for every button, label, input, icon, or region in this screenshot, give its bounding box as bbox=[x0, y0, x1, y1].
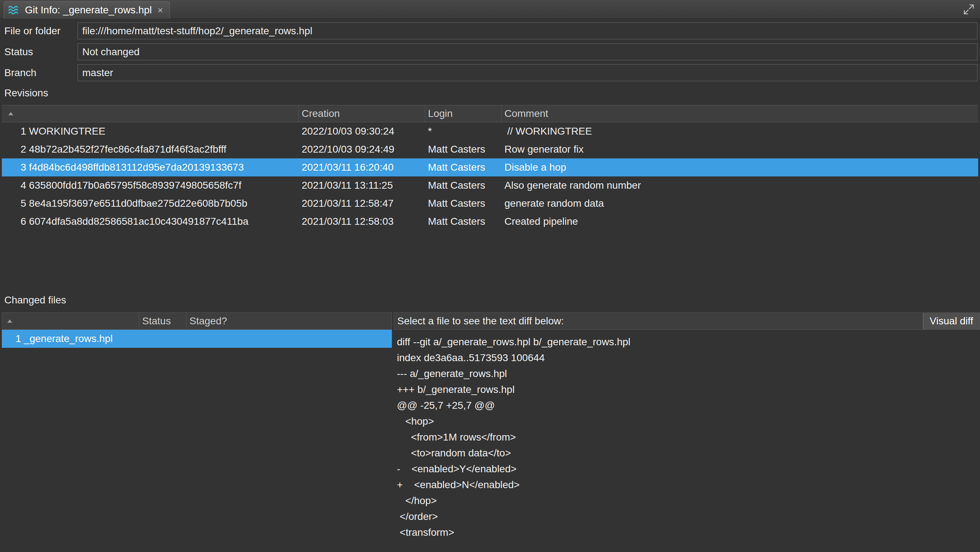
revisions-table-header: # RevisionId Creation Login Comment bbox=[2, 105, 978, 122]
revision-comment-cell: generate random data bbox=[501, 194, 978, 213]
revision-creation-cell: 2022/10/03 09:30:24 bbox=[299, 122, 425, 140]
column-header-creation[interactable]: Creation bbox=[299, 105, 425, 122]
tab-title: Git Info: _generate_rows.hpl bbox=[25, 4, 152, 16]
branch-row: Branch bbox=[0, 64, 980, 81]
revision-row[interactable]: 2 48b72a2b452f27fec86c4fa871df46f3ac2fbf… bbox=[2, 140, 978, 158]
visual-diff-button[interactable]: Visual diff bbox=[923, 313, 980, 329]
diff-panel: Select a file to see the text diff below… bbox=[394, 312, 980, 552]
revision-row[interactable]: 6 6074dfa5a8dd82586581ac10c430491877c411… bbox=[2, 213, 978, 231]
revision-comment-cell: // WORKINGTREE bbox=[501, 122, 978, 140]
tab-bar: Git Info: _generate_rows.hpl × bbox=[0, 0, 980, 19]
revision-comment-cell: Also generate random number bbox=[501, 177, 978, 194]
column-header-status[interactable]: Status bbox=[139, 313, 186, 329]
column-header-revisionid[interactable]: # RevisionId bbox=[2, 105, 299, 122]
tab-close-icon[interactable]: × bbox=[156, 5, 164, 15]
git-info-panel: Git Info: _generate_rows.hpl × File or f… bbox=[0, 0, 980, 552]
sort-ascending-icon bbox=[7, 320, 12, 323]
branch-input[interactable] bbox=[78, 64, 977, 81]
file-or-folder-input[interactable] bbox=[78, 22, 977, 39]
status-input[interactable] bbox=[78, 43, 977, 60]
revision-id-cell: 3 f4d84bc6d498ffdb813112d95e7da201391336… bbox=[2, 158, 299, 177]
revision-login-cell: Matt Casters bbox=[425, 177, 501, 194]
hop-logo-icon bbox=[8, 4, 21, 16]
revision-row[interactable]: 4 635800fdd17b0a65795f58c8939749805658fc… bbox=[2, 177, 978, 194]
revision-login-cell: * bbox=[425, 122, 501, 140]
changed-file-status-cell bbox=[139, 330, 186, 348]
revision-row[interactable]: 5 8e4a195f3697e6511d0dfbae275d22e608b7b0… bbox=[2, 194, 978, 213]
column-header-staged[interactable]: Staged? bbox=[186, 313, 391, 329]
revision-row-selected[interactable]: 3 f4d84bc6d498ffdb813112d95e7da201391336… bbox=[2, 158, 978, 177]
revision-creation-cell: 2021/03/11 12:58:47 bbox=[299, 194, 425, 213]
revision-id-cell: 5 8e4a195f3697e6511d0dfbae275d22e608b7b0… bbox=[2, 194, 299, 213]
revision-login-cell: Matt Casters bbox=[425, 158, 501, 177]
changed-files-section-label: Changed files bbox=[4, 294, 66, 307]
status-label: Status bbox=[4, 43, 33, 60]
file-or-folder-row: File or folder bbox=[0, 22, 980, 39]
revision-login-cell: Matt Casters bbox=[425, 213, 501, 231]
revisions-section-label: Revisions bbox=[4, 87, 48, 100]
status-row: Status bbox=[0, 43, 980, 60]
changed-files-table: # Filename Status Staged? 1 _generate_ro… bbox=[2, 312, 392, 552]
revision-comment-cell: Created pipeline bbox=[501, 213, 978, 231]
column-header-filename[interactable]: # Filename bbox=[2, 313, 139, 329]
changed-file-staged-cell bbox=[186, 330, 392, 348]
revision-login-cell: Matt Casters bbox=[425, 194, 501, 213]
changed-file-name-cell: 1 _generate_rows.hpl bbox=[2, 330, 139, 348]
diff-text[interactable]: diff --git a/_generate_rows.hpl b/_gener… bbox=[394, 330, 980, 552]
revision-creation-cell: 2022/10/03 09:24:49 bbox=[299, 140, 425, 158]
diff-prompt-label: Select a file to see the text diff below… bbox=[397, 315, 564, 327]
revisions-table: # RevisionId Creation Login Comment 1 WO… bbox=[2, 105, 978, 231]
file-or-folder-label: File or folder bbox=[4, 22, 60, 39]
column-header-login[interactable]: Login bbox=[425, 105, 501, 122]
revision-creation-cell: 2021/03/11 12:58:03 bbox=[299, 213, 425, 231]
revision-id-cell: 6 6074dfa5a8dd82586581ac10c430491877c411… bbox=[2, 213, 299, 231]
revision-comment-cell: Disable a hop bbox=[501, 158, 978, 177]
tab-git-info[interactable]: Git Info: _generate_rows.hpl × bbox=[3, 1, 170, 19]
branch-label: Branch bbox=[4, 64, 37, 81]
sort-ascending-icon bbox=[8, 112, 13, 115]
revision-id-cell: 1 WORKINGTREE bbox=[2, 122, 299, 140]
diff-header: Select a file to see the text diff below… bbox=[394, 312, 980, 330]
revision-creation-cell: 2021/03/11 16:20:40 bbox=[299, 158, 425, 177]
revision-id-cell: 4 635800fdd17b0a65795f58c8939749805658fc… bbox=[2, 177, 299, 194]
changed-files-table-header: # Filename Status Staged? bbox=[2, 312, 392, 330]
changed-file-row-selected[interactable]: 1 _generate_rows.hpl bbox=[2, 330, 392, 348]
revision-login-cell: Matt Casters bbox=[425, 140, 501, 158]
minimize-restore-icon[interactable] bbox=[963, 3, 975, 16]
revision-comment-cell: Row generator fix bbox=[501, 140, 978, 158]
revision-row[interactable]: 1 WORKINGTREE 2022/10/03 09:30:24 * // W… bbox=[2, 122, 978, 140]
revision-creation-cell: 2021/03/11 13:11:25 bbox=[299, 177, 425, 194]
column-header-comment[interactable]: Comment bbox=[501, 105, 978, 122]
revision-id-cell: 2 48b72a2b452f27fec86c4fa871df46f3ac2fbf… bbox=[2, 140, 299, 158]
